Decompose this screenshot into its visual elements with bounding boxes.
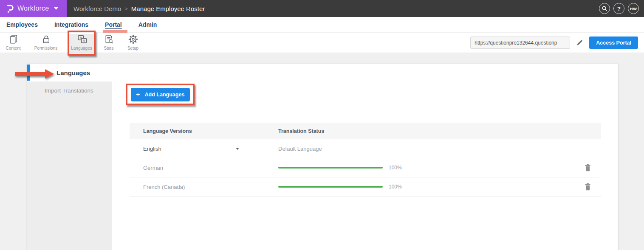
add-languages-button[interactable]: + Add Languages xyxy=(131,88,190,101)
language-cell: English xyxy=(130,146,278,152)
languages-table: Language Versions Translation Status Eng… xyxy=(130,123,601,197)
main-nav: Employees Integrations Portal Admin xyxy=(0,17,644,32)
help-icon: ? xyxy=(617,6,621,12)
tool-label: Stats xyxy=(104,46,114,51)
status-cell: 100% xyxy=(278,165,585,171)
add-languages-label: Add Languages xyxy=(145,92,185,98)
report-magnifier-icon xyxy=(104,34,114,45)
languages-panel: Languages Import Translations + Add Lang… xyxy=(27,64,618,250)
tab-employees[interactable]: Employees xyxy=(6,20,38,29)
trash-icon xyxy=(585,183,591,191)
progress-percent: 100% xyxy=(389,184,402,190)
progress-percent: 100% xyxy=(389,165,402,171)
chevron-down-icon xyxy=(54,7,58,10)
portal-toolbar: Content Permissions 文 A Languages Stats xyxy=(0,33,644,53)
tool-setup[interactable]: Setup xyxy=(120,34,146,53)
translation-progress-bar xyxy=(278,186,383,188)
tool-label: Languages xyxy=(71,46,92,51)
language-cell: French (Canada) xyxy=(130,184,278,190)
column-header-translation-status: Translation Status xyxy=(278,128,324,134)
tab-portal[interactable]: Portal xyxy=(105,20,122,29)
access-portal-button[interactable]: Access Portal xyxy=(589,37,638,49)
language-cell: German xyxy=(130,165,278,171)
table-row-english: English Default Language xyxy=(130,139,601,158)
pencil-icon xyxy=(576,39,583,46)
language-dropdown-caret-icon[interactable] xyxy=(236,148,239,150)
gear-icon xyxy=(128,34,138,45)
tool-content[interactable]: Content xyxy=(0,34,26,53)
breadcrumb-separator: > xyxy=(124,6,128,12)
brand-menu[interactable]: Workforce xyxy=(0,0,67,17)
panel-heading: Languages xyxy=(56,69,90,76)
language-name: French (Canada) xyxy=(143,184,185,190)
portal-url-input[interactable] xyxy=(470,37,570,49)
column-header-language-versions: Language Versions xyxy=(130,128,278,134)
pages-icon xyxy=(8,34,19,45)
annotation-arrow-languages xyxy=(15,69,54,79)
annotation-box-add-languages: + Add Languages xyxy=(126,84,195,105)
table-row-german: German 100% xyxy=(130,158,601,177)
delete-language-button[interactable] xyxy=(585,164,601,171)
search-icon xyxy=(602,6,607,11)
annotation-highlight-portal xyxy=(103,30,127,33)
translate-icon: 文 A xyxy=(76,34,87,45)
breadcrumb: Workforce Demo > Manage Employee Roster xyxy=(73,5,205,12)
svg-text:A: A xyxy=(82,39,85,43)
translation-progress-bar xyxy=(278,167,383,169)
tab-integrations[interactable]: Integrations xyxy=(54,20,89,29)
tool-languages[interactable]: 文 A Languages xyxy=(68,34,95,53)
help-button[interactable]: ? xyxy=(613,3,624,14)
sidebar-item-import-translations[interactable]: Import Translations xyxy=(27,81,112,94)
questionpro-logo-icon xyxy=(6,4,14,14)
page-title: Manage Employee Roster xyxy=(131,5,205,12)
search-button[interactable] xyxy=(599,3,610,14)
delete-language-button[interactable] xyxy=(585,183,601,191)
language-name[interactable]: English xyxy=(143,146,161,152)
panel-sidebar: Import Translations xyxy=(27,81,112,250)
tool-permissions[interactable]: Permissions xyxy=(33,34,59,53)
table-header-row: Language Versions Translation Status xyxy=(130,123,601,139)
tool-label: Permissions xyxy=(34,46,57,51)
trash-icon xyxy=(585,164,591,171)
tab-admin[interactable]: Admin xyxy=(138,20,158,29)
table-row-french-canada: French (Canada) 100% xyxy=(130,177,601,197)
edit-url-button[interactable] xyxy=(576,39,583,46)
avatar-initials: HW xyxy=(630,6,637,11)
language-name: German xyxy=(143,165,163,171)
tab-portal-label: Portal xyxy=(105,21,122,28)
plus-icon: + xyxy=(136,91,140,98)
status-cell: Default Language xyxy=(278,146,601,152)
breadcrumb-parent[interactable]: Workforce Demo xyxy=(73,5,121,12)
avatar[interactable]: HW xyxy=(628,3,639,14)
lock-icon xyxy=(41,34,51,45)
tool-stats[interactable]: Stats xyxy=(96,34,122,53)
brand-label: Workforce xyxy=(17,5,49,12)
default-language-label: Default Language xyxy=(278,146,322,152)
tool-label: Setup xyxy=(127,46,138,51)
top-bar: Workforce Workforce Demo > Manage Employ… xyxy=(0,0,644,17)
tool-label: Content xyxy=(6,46,20,51)
status-cell: 100% xyxy=(278,184,585,190)
